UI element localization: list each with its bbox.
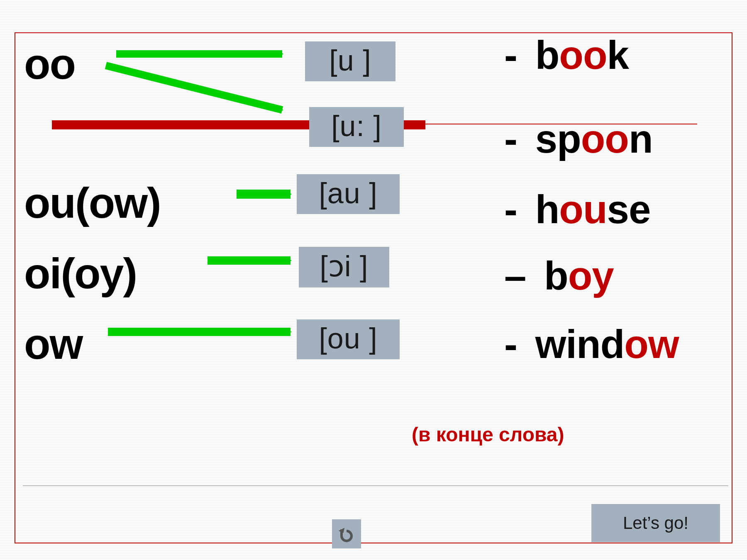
arrow-oo-to-ulong xyxy=(106,66,282,110)
arrows-layer xyxy=(0,0,747,560)
